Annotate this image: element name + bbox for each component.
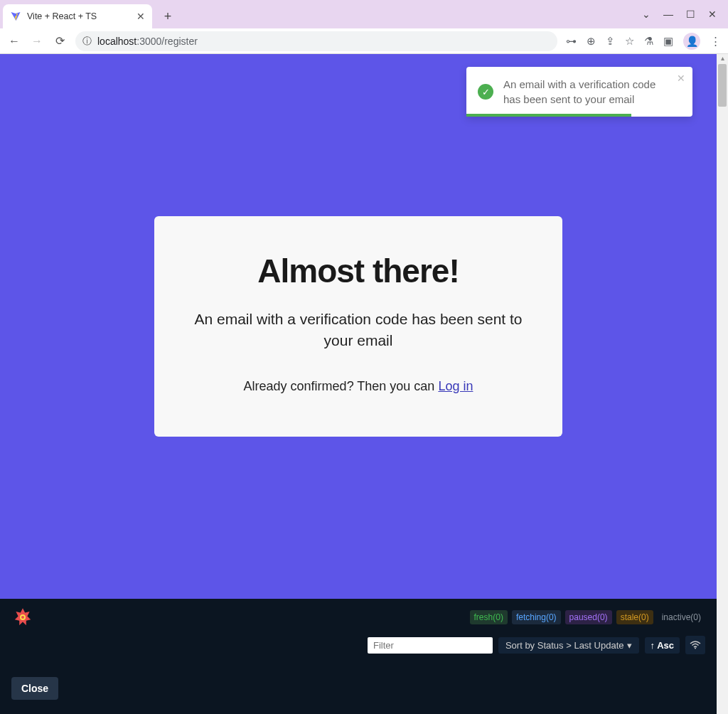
sort-button[interactable]: Sort by Status > Last Update ▾ <box>498 637 639 654</box>
new-tab-button[interactable]: + <box>158 6 178 26</box>
site-info-icon[interactable]: ⓘ <box>82 35 92 48</box>
login-link[interactable]: Log in <box>438 379 473 393</box>
tab-search-icon[interactable]: ⌄ <box>642 9 651 20</box>
notification-toast: ✓ An email with a verification code has … <box>466 67 692 117</box>
asc-button[interactable]: ↑ Asc <box>645 637 680 654</box>
query-status-badges: fresh(0) fetching(0) paused(0) stale(0) … <box>470 610 705 624</box>
badge-stale[interactable]: stale(0) <box>616 610 653 624</box>
scrollbar-up-arrow-icon[interactable]: ▴ <box>717 54 728 62</box>
filter-input[interactable] <box>368 637 493 654</box>
success-check-icon: ✓ <box>478 84 493 100</box>
page-background: Almost there! An email with a verificati… <box>0 54 717 599</box>
forward-button[interactable]: → <box>30 35 44 48</box>
minimize-button[interactable]: — <box>663 9 673 20</box>
zoom-icon[interactable]: ⊕ <box>587 35 596 48</box>
badge-paused[interactable]: paused(0) <box>565 610 612 624</box>
scrollbar-thumb[interactable] <box>718 64 727 107</box>
badge-inactive[interactable]: inactive(0) <box>658 610 705 624</box>
devtools-close-button[interactable]: Close <box>11 677 58 700</box>
tabs-area: Vite + React + TS ✕ + <box>3 0 178 28</box>
svg-point-1 <box>21 616 24 619</box>
vite-favicon-icon <box>10 11 21 22</box>
maximize-button[interactable]: ☐ <box>686 9 695 20</box>
toast-message: An email with a verification code has be… <box>503 77 668 107</box>
browser-tab[interactable]: Vite + React + TS ✕ <box>3 4 152 28</box>
extension-flask-icon[interactable]: ⚗ <box>644 35 653 48</box>
password-key-icon[interactable]: ⊶ <box>566 35 577 48</box>
card-heading: Almost there! <box>183 252 534 290</box>
network-toggle-icon[interactable] <box>685 636 705 654</box>
address-bar[interactable]: ⓘ localhost:3000/register <box>75 31 557 51</box>
svg-point-2 <box>695 648 696 649</box>
share-icon[interactable]: ⇪ <box>606 35 615 48</box>
toolbar-right-icons: ⊶ ⊕ ⇪ ☆ ⚗ ▣ 👤 ⋮ <box>566 33 721 50</box>
back-button[interactable]: ← <box>7 35 21 48</box>
browser-titlebar: Vite + React + TS ✕ + ⌄ — ☐ ✕ <box>0 0 728 28</box>
tab-close-icon[interactable]: ✕ <box>136 11 145 22</box>
bookmark-star-icon[interactable]: ☆ <box>625 35 634 48</box>
card-subtitle: An email with a verification code has be… <box>183 309 534 351</box>
url-text: localhost:3000/register <box>97 36 198 47</box>
devtools-bottom-bar: Close <box>0 663 717 714</box>
chevron-down-icon: ▾ <box>627 640 632 651</box>
tab-title: Vite + React + TS <box>27 11 97 21</box>
browser-toolbar: ← → ⟳ ⓘ localhost:3000/register ⊶ ⊕ ⇪ ☆ … <box>0 28 728 54</box>
card-prompt: Already confirmed? Then you can Log in <box>183 379 534 394</box>
close-window-button[interactable]: ✕ <box>708 9 717 20</box>
toast-progress-bar <box>466 114 631 117</box>
react-query-devtools: fresh(0) fetching(0) paused(0) stale(0) … <box>0 599 717 663</box>
badge-fetching[interactable]: fetching(0) <box>512 610 561 624</box>
verification-card: Almost there! An email with a verificati… <box>154 216 562 437</box>
page-viewport: Almost there! An email with a verificati… <box>0 54 728 714</box>
profile-avatar[interactable]: 👤 <box>683 33 700 50</box>
badge-fresh[interactable]: fresh(0) <box>470 610 508 624</box>
react-query-logo-icon <box>11 606 34 629</box>
reload-button[interactable]: ⟳ <box>53 34 67 48</box>
menu-kebab-icon[interactable]: ⋮ <box>710 35 721 48</box>
window-controls: ⌄ — ☐ ✕ <box>642 9 725 20</box>
vertical-scrollbar[interactable]: ▴ <box>717 54 728 714</box>
toast-close-button[interactable]: ✕ <box>677 73 685 84</box>
extension-panel-icon[interactable]: ▣ <box>663 35 673 48</box>
